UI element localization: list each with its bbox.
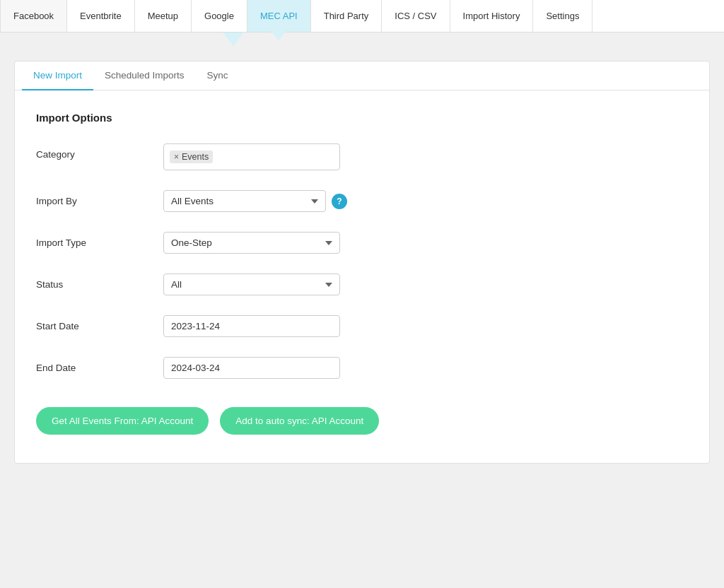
start-date-field xyxy=(163,315,347,337)
status-select[interactable]: All Publish Draft Pending xyxy=(163,274,340,295)
import-type-field: One-Step Two-Step xyxy=(163,232,347,254)
get-events-button[interactable]: Get All Events From: API Account xyxy=(36,407,209,435)
form-row-import-type: Import Type One-Step Two-Step xyxy=(36,232,688,254)
form-row-status: Status All Publish Draft Pending xyxy=(36,274,688,295)
category-tag: × Events xyxy=(170,151,213,163)
nav-mec-api[interactable]: MEC API xyxy=(247,0,311,32)
start-date-label: Start Date xyxy=(36,315,163,331)
form-row-import-by: Import By All Events By Organizer By Ven… xyxy=(36,190,688,212)
import-by-field: All Events By Organizer By Venue By Tag … xyxy=(163,190,347,212)
nav-meetup[interactable]: Meetup xyxy=(135,0,192,32)
add-sync-button[interactable]: Add to auto sync: API Account xyxy=(220,407,379,435)
nav-google[interactable]: Google xyxy=(192,0,247,32)
tab-sync[interactable]: Sync xyxy=(196,61,240,90)
import-type-select[interactable]: One-Step Two-Step xyxy=(163,232,340,254)
nav-settings[interactable]: Settings xyxy=(533,0,592,32)
status-field: All Publish Draft Pending xyxy=(163,274,347,295)
section-title: Import Options xyxy=(36,112,688,124)
form-row-start-date: Start Date xyxy=(36,315,688,337)
form-row-end-date: End Date xyxy=(36,357,688,379)
start-date-input[interactable] xyxy=(163,315,340,337)
nav-third-party[interactable]: Third Party xyxy=(311,0,383,32)
tab-bar: New Import Scheduled Imports Sync xyxy=(15,61,709,90)
nav-eventbrite[interactable]: Eventbrite xyxy=(67,0,135,32)
form-row-category: Category × Events xyxy=(36,143,688,170)
category-label: Category xyxy=(36,143,163,160)
tab-panel: New Import Scheduled Imports Sync Import… xyxy=(14,61,710,464)
category-field: × Events xyxy=(163,143,347,170)
category-tag-input[interactable]: × Events xyxy=(163,143,340,170)
import-by-label: Import By xyxy=(36,190,163,206)
import-by-help-icon[interactable]: ? xyxy=(332,194,347,209)
category-tag-remove[interactable]: × xyxy=(174,153,179,161)
import-by-select[interactable]: All Events By Organizer By Venue By Tag xyxy=(163,190,326,212)
top-navigation: Facebook Eventbrite Meetup Google MEC AP… xyxy=(0,0,724,33)
main-content: New Import Scheduled Imports Sync Import… xyxy=(0,47,724,478)
nav-facebook[interactable]: Facebook xyxy=(0,0,67,32)
nav-import-history[interactable]: Import History xyxy=(450,0,534,32)
category-tag-value: Events xyxy=(182,152,209,162)
import-type-label: Import Type xyxy=(36,232,163,248)
tab-scheduled-imports[interactable]: Scheduled Imports xyxy=(93,61,196,90)
end-date-input[interactable] xyxy=(163,357,340,379)
tab-new-import[interactable]: New Import xyxy=(22,61,93,90)
action-buttons: Get All Events From: API Account Add to … xyxy=(36,407,688,442)
form-content: Import Options Category × Events Import … xyxy=(15,90,709,463)
status-label: Status xyxy=(36,274,163,290)
nav-ics-csv[interactable]: ICS / CSV xyxy=(382,0,450,32)
end-date-field xyxy=(163,357,347,379)
end-date-label: End Date xyxy=(36,357,163,373)
